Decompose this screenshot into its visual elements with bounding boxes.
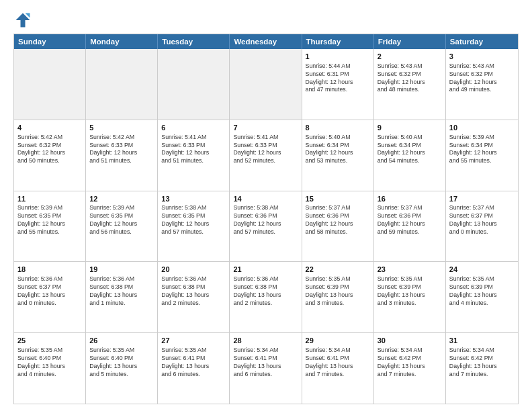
cell-info: Sunrise: 5:39 AM Sunset: 6:35 PM Dayligh… <box>17 204 82 236</box>
cell-info: Sunrise: 5:35 AM Sunset: 6:39 PM Dayligh… <box>378 275 442 308</box>
header-day-thursday: Thursday <box>302 34 374 49</box>
day-number: 19 <box>89 265 154 275</box>
day-cell-9: 9Sunrise: 5:40 AM Sunset: 6:34 PM Daylig… <box>374 120 446 191</box>
cell-info: Sunrise: 5:35 AM Sunset: 6:39 PM Dayligh… <box>449 275 515 308</box>
day-cell-2: 2Sunrise: 5:43 AM Sunset: 6:32 PM Daylig… <box>374 49 446 120</box>
cell-info: Sunrise: 5:38 AM Sunset: 6:35 PM Dayligh… <box>161 204 226 236</box>
calendar-row-3: 11Sunrise: 5:39 AM Sunset: 6:35 PM Dayli… <box>14 191 518 263</box>
day-cell-8: 8Sunrise: 5:40 AM Sunset: 6:34 PM Daylig… <box>302 120 374 191</box>
day-cell-24: 24Sunrise: 5:35 AM Sunset: 6:39 PM Dayli… <box>446 262 518 332</box>
day-cell-20: 20Sunrise: 5:36 AM Sunset: 6:38 PM Dayli… <box>158 262 230 332</box>
day-number: 16 <box>378 194 442 204</box>
cell-info: Sunrise: 5:34 AM Sunset: 6:41 PM Dayligh… <box>306 347 370 379</box>
day-cell-1: 1Sunrise: 5:44 AM Sunset: 6:31 PM Daylig… <box>302 49 374 120</box>
day-cell-22: 22Sunrise: 5:35 AM Sunset: 6:39 PM Dayli… <box>302 262 374 332</box>
cell-info: Sunrise: 5:36 AM Sunset: 6:38 PM Dayligh… <box>161 275 226 308</box>
cell-info: Sunrise: 5:42 AM Sunset: 6:33 PM Dayligh… <box>89 134 154 166</box>
day-cell-16: 16Sunrise: 5:37 AM Sunset: 6:36 PM Dayli… <box>374 191 446 262</box>
day-cell-30: 30Sunrise: 5:34 AM Sunset: 6:42 PM Dayli… <box>374 333 446 404</box>
day-cell-14: 14Sunrise: 5:38 AM Sunset: 6:36 PM Dayli… <box>230 191 302 262</box>
day-cell-7: 7Sunrise: 5:41 AM Sunset: 6:33 PM Daylig… <box>230 120 302 191</box>
logo <box>13 11 35 30</box>
day-number: 20 <box>161 265 226 275</box>
day-number: 15 <box>306 194 370 204</box>
day-cell-23: 23Sunrise: 5:35 AM Sunset: 6:39 PM Dayli… <box>374 262 446 332</box>
cell-info: Sunrise: 5:35 AM Sunset: 6:40 PM Dayligh… <box>89 347 154 379</box>
cell-info: Sunrise: 5:37 AM Sunset: 6:36 PM Dayligh… <box>378 204 442 236</box>
header <box>13 11 519 30</box>
cell-info: Sunrise: 5:37 AM Sunset: 6:36 PM Dayligh… <box>306 204 370 236</box>
cell-info: Sunrise: 5:39 AM Sunset: 6:35 PM Dayligh… <box>89 204 154 236</box>
header-day-monday: Monday <box>86 34 158 49</box>
cell-info: Sunrise: 5:43 AM Sunset: 6:32 PM Dayligh… <box>449 62 515 95</box>
day-number: 29 <box>306 336 370 346</box>
day-number: 1 <box>306 52 370 62</box>
day-cell-12: 12Sunrise: 5:39 AM Sunset: 6:35 PM Dayli… <box>86 191 158 262</box>
day-number: 14 <box>233 194 298 204</box>
day-cell-28: 28Sunrise: 5:34 AM Sunset: 6:41 PM Dayli… <box>230 333 302 404</box>
calendar-row-1: 1Sunrise: 5:44 AM Sunset: 6:31 PM Daylig… <box>14 49 518 120</box>
day-number: 23 <box>378 265 442 275</box>
cell-info: Sunrise: 5:35 AM Sunset: 6:41 PM Dayligh… <box>161 347 226 379</box>
cell-info: Sunrise: 5:38 AM Sunset: 6:36 PM Dayligh… <box>233 204 298 236</box>
cell-info: Sunrise: 5:36 AM Sunset: 6:37 PM Dayligh… <box>17 275 82 308</box>
day-number: 6 <box>161 123 226 133</box>
day-number: 2 <box>378 52 442 62</box>
empty-cell <box>14 49 86 120</box>
calendar-header: SundayMondayTuesdayWednesdayThursdayFrid… <box>14 34 518 49</box>
day-number: 13 <box>161 194 226 204</box>
day-cell-25: 25Sunrise: 5:35 AM Sunset: 6:40 PM Dayli… <box>14 333 86 404</box>
day-number: 3 <box>449 52 515 62</box>
cell-info: Sunrise: 5:35 AM Sunset: 6:39 PM Dayligh… <box>306 275 370 308</box>
day-cell-26: 26Sunrise: 5:35 AM Sunset: 6:40 PM Dayli… <box>86 333 158 404</box>
day-number: 10 <box>449 123 515 133</box>
header-day-sunday: Sunday <box>14 34 86 49</box>
cell-info: Sunrise: 5:39 AM Sunset: 6:34 PM Dayligh… <box>449 134 515 166</box>
day-number: 25 <box>17 336 82 346</box>
day-cell-18: 18Sunrise: 5:36 AM Sunset: 6:37 PM Dayli… <box>14 262 86 332</box>
cell-info: Sunrise: 5:41 AM Sunset: 6:33 PM Dayligh… <box>233 134 298 166</box>
cell-info: Sunrise: 5:35 AM Sunset: 6:40 PM Dayligh… <box>17 347 82 379</box>
day-cell-11: 11Sunrise: 5:39 AM Sunset: 6:35 PM Dayli… <box>14 191 86 262</box>
empty-cell <box>86 49 158 120</box>
day-cell-6: 6Sunrise: 5:41 AM Sunset: 6:33 PM Daylig… <box>158 120 230 191</box>
day-cell-19: 19Sunrise: 5:36 AM Sunset: 6:38 PM Dayli… <box>86 262 158 332</box>
calendar-row-5: 25Sunrise: 5:35 AM Sunset: 6:40 PM Dayli… <box>14 333 518 404</box>
day-cell-15: 15Sunrise: 5:37 AM Sunset: 6:36 PM Dayli… <box>302 191 374 262</box>
header-day-saturday: Saturday <box>446 34 518 49</box>
day-number: 24 <box>449 265 515 275</box>
cell-info: Sunrise: 5:34 AM Sunset: 6:41 PM Dayligh… <box>233 347 298 379</box>
day-number: 21 <box>233 265 298 275</box>
day-cell-31: 31Sunrise: 5:34 AM Sunset: 6:42 PM Dayli… <box>446 333 518 404</box>
day-number: 5 <box>89 123 154 133</box>
day-number: 22 <box>306 265 370 275</box>
empty-cell <box>230 49 302 120</box>
day-cell-5: 5Sunrise: 5:42 AM Sunset: 6:33 PM Daylig… <box>86 120 158 191</box>
day-cell-4: 4Sunrise: 5:42 AM Sunset: 6:32 PM Daylig… <box>14 120 86 191</box>
calendar-row-4: 18Sunrise: 5:36 AM Sunset: 6:37 PM Dayli… <box>14 262 518 333</box>
day-number: 27 <box>161 336 226 346</box>
day-cell-13: 13Sunrise: 5:38 AM Sunset: 6:35 PM Dayli… <box>158 191 230 262</box>
day-number: 12 <box>89 194 154 204</box>
empty-cell <box>158 49 230 120</box>
day-number: 8 <box>306 123 370 133</box>
day-cell-17: 17Sunrise: 5:37 AM Sunset: 6:37 PM Dayli… <box>446 191 518 262</box>
day-cell-3: 3Sunrise: 5:43 AM Sunset: 6:32 PM Daylig… <box>446 49 518 120</box>
day-cell-10: 10Sunrise: 5:39 AM Sunset: 6:34 PM Dayli… <box>446 120 518 191</box>
calendar-row-2: 4Sunrise: 5:42 AM Sunset: 6:32 PM Daylig… <box>14 120 518 191</box>
day-cell-29: 29Sunrise: 5:34 AM Sunset: 6:41 PM Dayli… <box>302 333 374 404</box>
day-number: 11 <box>17 194 82 204</box>
cell-info: Sunrise: 5:44 AM Sunset: 6:31 PM Dayligh… <box>306 62 370 95</box>
page: SundayMondayTuesdayWednesdayThursdayFrid… <box>0 0 532 411</box>
day-number: 9 <box>378 123 442 133</box>
header-day-wednesday: Wednesday <box>230 34 302 49</box>
cell-info: Sunrise: 5:41 AM Sunset: 6:33 PM Dayligh… <box>161 134 226 166</box>
day-number: 7 <box>233 123 298 133</box>
day-number: 31 <box>449 336 515 346</box>
day-number: 18 <box>17 265 82 275</box>
calendar: SundayMondayTuesdayWednesdayThursdayFrid… <box>13 34 519 404</box>
cell-info: Sunrise: 5:43 AM Sunset: 6:32 PM Dayligh… <box>378 62 442 95</box>
header-day-tuesday: Tuesday <box>158 34 230 49</box>
day-cell-27: 27Sunrise: 5:35 AM Sunset: 6:41 PM Dayli… <box>158 333 230 404</box>
cell-info: Sunrise: 5:37 AM Sunset: 6:37 PM Dayligh… <box>449 204 515 236</box>
